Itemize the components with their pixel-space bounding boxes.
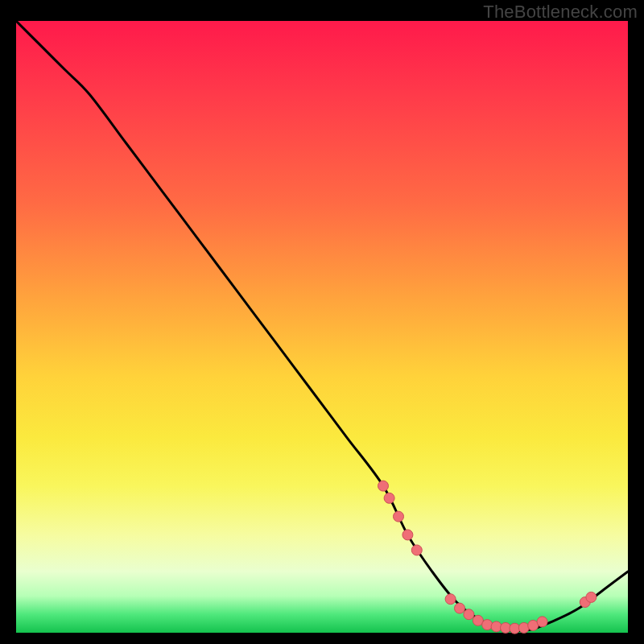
chart-frame: TheBottleneck.com: [0, 0, 644, 644]
highlight-dot: [384, 493, 394, 503]
highlight-dot: [378, 481, 389, 491]
highlight-dot: [537, 617, 547, 627]
highlight-dot: [445, 594, 456, 605]
watermark-text: TheBottleneck.com: [483, 2, 638, 23]
highlight-dot: [518, 622, 529, 633]
highlight-dot: [491, 621, 502, 632]
highlight-dot: [586, 592, 597, 602]
highlight-dot: [411, 545, 422, 555]
highlight-dot: [464, 609, 474, 620]
plot-area: [16, 21, 628, 633]
highlight-dot: [402, 530, 413, 540]
bottleneck-curve: [16, 21, 628, 631]
chart-svg: [16, 21, 628, 633]
highlight-dot: [482, 620, 493, 630]
highlight-dots-group: [378, 481, 597, 634]
highlight-dot: [455, 603, 465, 613]
highlight-dot: [394, 511, 404, 522]
